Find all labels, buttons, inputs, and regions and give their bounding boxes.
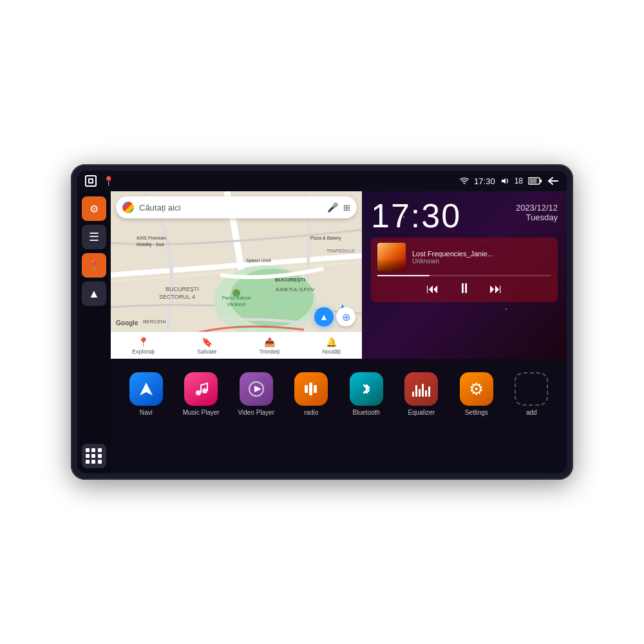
music-controls: ⏮ ⏸ ⏭ bbox=[377, 280, 551, 297]
clock-date: 2023/12/12 bbox=[516, 203, 558, 213]
map-container[interactable]: BUCUREȘTI SECTORUL 4 BUCUREȘTI JUDEȚUL I… bbox=[111, 191, 362, 359]
clock-time: 17:30 bbox=[371, 199, 461, 232]
status-left: 📍 bbox=[85, 175, 114, 187]
svg-marker-27 bbox=[254, 386, 261, 392]
app-item-music-player[interactable]: Music Player bbox=[177, 372, 225, 416]
svg-text:Splaiul Unirii: Splaiul Unirii bbox=[246, 258, 271, 263]
main-area: ⚙ ☰ 📍 ▲ bbox=[77, 191, 567, 473]
music-artist: Unknown bbox=[412, 258, 551, 265]
sidebar-item-maps[interactable]: 📍 bbox=[82, 253, 106, 278]
battery-icon bbox=[528, 177, 542, 185]
volume-icon bbox=[500, 177, 509, 185]
app-item-equalizer[interactable]: Equalizer bbox=[397, 372, 445, 416]
app-item-video-player[interactable]: Video Player bbox=[232, 372, 280, 416]
star-decoration bbox=[506, 308, 507, 310]
equalizer-icon bbox=[412, 381, 430, 397]
music-progress-fill bbox=[377, 275, 430, 276]
sidebar: ⚙ ☰ 📍 ▲ bbox=[77, 191, 111, 473]
svg-text:TRAPEZULUI: TRAPEZULUI bbox=[327, 249, 355, 253]
sidebar-item-all-apps[interactable] bbox=[82, 444, 106, 468]
equalizer-icon-wrap bbox=[404, 372, 438, 406]
navi-icon bbox=[137, 380, 155, 398]
map-target-button[interactable]: ⊕ bbox=[336, 307, 355, 327]
status-bar: 📍 17:30 18 bbox=[77, 171, 567, 191]
app-item-radio[interactable]: radio bbox=[287, 372, 335, 416]
svg-text:Văcărești: Văcărești bbox=[227, 302, 246, 307]
svg-rect-30 bbox=[314, 385, 317, 393]
next-button[interactable]: ⏭ bbox=[489, 281, 502, 296]
radio-icon bbox=[302, 380, 320, 398]
navi-label: Navi bbox=[140, 409, 153, 416]
svg-text:AXIS Premium: AXIS Premium bbox=[137, 236, 166, 240]
back-icon[interactable] bbox=[547, 176, 559, 185]
svg-text:JUDEȚUL ILFOV: JUDEȚUL ILFOV bbox=[275, 287, 315, 292]
app-item-navi[interactable]: Navi bbox=[122, 372, 170, 416]
svg-rect-1 bbox=[540, 180, 542, 183]
equalizer-label: Equalizer bbox=[408, 409, 435, 416]
sidebar-item-settings[interactable]: ⚙ bbox=[82, 196, 106, 221]
video-player-icon-wrap bbox=[240, 372, 273, 406]
maps-status-icon[interactable]: 📍 bbox=[103, 176, 114, 186]
add-icon-wrap bbox=[515, 372, 548, 406]
app-item-bluetooth[interactable]: Bluetooth bbox=[343, 372, 390, 416]
svg-text:BUCUREȘTI: BUCUREȘTI bbox=[166, 286, 199, 292]
svg-text:Mobility - Sud: Mobility - Sud bbox=[137, 242, 164, 247]
explore-icon: 📍 bbox=[138, 337, 149, 347]
pause-button[interactable]: ⏸ bbox=[457, 280, 471, 297]
music-player-icon-wrap bbox=[184, 372, 218, 406]
map-tab-saved[interactable]: 🔖 Salvate bbox=[197, 337, 216, 355]
map-search-bar[interactable]: Căutați aici 🎤 ⊞ bbox=[116, 196, 357, 218]
clock-row: 17:30 2023/12/12 Tuesday bbox=[371, 199, 558, 232]
music-progress-bar[interactable] bbox=[377, 275, 551, 276]
layers-icon[interactable]: ⊞ bbox=[343, 203, 350, 213]
svg-text:Pizza & Bakery: Pizza & Bakery bbox=[310, 236, 341, 241]
mic-icon[interactable]: 🎤 bbox=[327, 202, 338, 213]
status-right: 17:30 18 bbox=[460, 176, 559, 186]
clock-date-column: 2023/12/12 Tuesday bbox=[516, 199, 558, 222]
settings-gear-icon: ⚙ bbox=[469, 379, 484, 399]
map-tab-explore[interactable]: 📍 Explorați bbox=[132, 337, 155, 355]
news-icon: 🔔 bbox=[326, 337, 337, 347]
battery-level: 18 bbox=[515, 176, 523, 185]
app-item-settings[interactable]: ⚙ Settings bbox=[453, 372, 500, 416]
music-top-row: Lost Frequencies_Janie... Unknown bbox=[377, 243, 551, 271]
status-time: 17:30 bbox=[474, 176, 495, 186]
app-item-add[interactable]: add bbox=[507, 372, 555, 416]
sidebar-item-files[interactable]: ☰ bbox=[82, 225, 106, 249]
saved-icon: 🔖 bbox=[202, 337, 213, 347]
bluetooth-label: Bluetooth bbox=[353, 409, 380, 416]
google-logo bbox=[122, 202, 134, 213]
map-tab-share[interactable]: 📤 Trimiteți bbox=[260, 337, 280, 355]
map-tab-news[interactable]: 🔔 Noutăți bbox=[322, 337, 341, 355]
settings-label: Settings bbox=[465, 409, 488, 416]
map-search-input[interactable]: Căutați aici bbox=[139, 203, 322, 213]
clock-panel: 17:30 2023/12/12 Tuesday bbox=[362, 191, 567, 359]
settings-icon-wrap: ⚙ bbox=[460, 372, 493, 406]
radio-label: radio bbox=[304, 409, 318, 416]
map-pin-icon: 📍 bbox=[88, 260, 100, 272]
wifi-icon bbox=[460, 177, 469, 185]
home-icon[interactable] bbox=[85, 175, 97, 187]
svg-rect-28 bbox=[305, 385, 308, 393]
navi-icon-wrap bbox=[129, 372, 163, 406]
nav-start-button[interactable]: ▲ bbox=[314, 307, 334, 327]
svg-rect-2 bbox=[529, 179, 537, 184]
screen: 📍 17:30 18 bbox=[77, 171, 567, 473]
top-section: BUCUREȘTI SECTORUL 4 BUCUREȘTI JUDEȚUL I… bbox=[111, 191, 567, 359]
share-icon: 📤 bbox=[264, 337, 275, 347]
car-head-unit: 📍 17:30 18 bbox=[71, 164, 573, 480]
music-player-label: Music Player bbox=[183, 409, 220, 416]
add-label: add bbox=[526, 409, 537, 416]
sidebar-item-navigation[interactable]: ▲ bbox=[82, 281, 106, 306]
album-art-overlay bbox=[377, 258, 406, 271]
bluetooth-icon-wrap bbox=[350, 372, 383, 406]
settings-icon: ⚙ bbox=[90, 203, 99, 215]
music-title: Lost Frequencies_Janie... bbox=[412, 250, 551, 258]
svg-text:📍: 📍 bbox=[233, 290, 240, 296]
svg-text:BERCENI: BERCENI bbox=[143, 319, 166, 325]
svg-point-24 bbox=[196, 390, 201, 395]
svg-text:BUCUREȘTI: BUCUREȘTI bbox=[275, 277, 305, 283]
album-art bbox=[377, 243, 406, 271]
music-player: Lost Frequencies_Janie... Unknown ⏮ ⏸ ⏭ bbox=[371, 238, 558, 302]
prev-button[interactable]: ⏮ bbox=[426, 281, 439, 296]
